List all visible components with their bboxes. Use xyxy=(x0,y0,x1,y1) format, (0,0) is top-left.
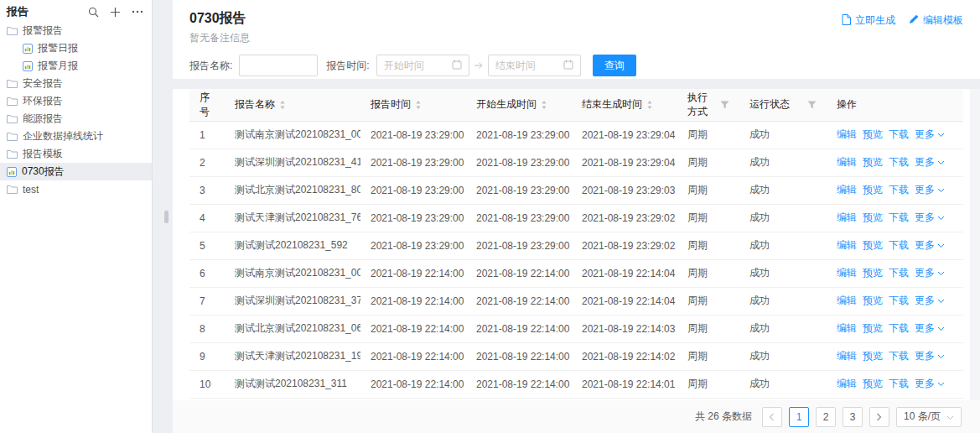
report-name-label: 报告名称: xyxy=(189,59,232,73)
page-button-2[interactable]: 2 xyxy=(816,407,836,427)
page-size-value: 10 条/页 xyxy=(904,410,941,424)
start-time-input[interactable] xyxy=(384,60,449,71)
start-time-input-box[interactable] xyxy=(376,55,469,76)
scrollbar-track[interactable] xyxy=(970,89,980,400)
tree-item-report[interactable]: 0730报告 xyxy=(0,163,152,180)
row-action-download[interactable]: 下载 xyxy=(889,294,909,308)
cell-index: 7 xyxy=(189,287,225,315)
row-action-preview[interactable]: 预览 xyxy=(863,266,883,280)
row-action-download[interactable]: 下载 xyxy=(889,266,909,280)
row-action-edit[interactable]: 编辑 xyxy=(837,349,857,363)
search-button[interactable]: 查询 xyxy=(593,55,636,76)
filter-funnel-icon[interactable] xyxy=(807,101,817,109)
row-action-preview[interactable]: 预览 xyxy=(863,183,883,197)
row-action-download[interactable]: 下载 xyxy=(889,238,909,253)
row-action-preview[interactable]: 预览 xyxy=(863,321,883,336)
column-header-exec_mode[interactable]: 执行方式 xyxy=(677,89,739,121)
column-header-name[interactable]: 报告名称 xyxy=(225,89,360,121)
column-header-status[interactable]: 运行状态 xyxy=(739,89,827,121)
end-time-input-box[interactable] xyxy=(488,55,581,76)
sort-caret-icon[interactable] xyxy=(646,100,653,110)
page-size-select[interactable]: 10 条/页 xyxy=(896,407,962,427)
column-header-start_time[interactable]: 开始生成时间 xyxy=(466,89,572,121)
row-action-more[interactable]: 更多 xyxy=(915,321,945,336)
tree-item-folder[interactable]: 能源报告 xyxy=(0,110,152,128)
prev-page-button[interactable] xyxy=(762,407,782,427)
sort-caret-icon[interactable] xyxy=(541,100,547,110)
row-action-preview[interactable]: 预览 xyxy=(863,128,883,142)
row-action-label: 编辑 xyxy=(837,377,857,391)
row-action-edit[interactable]: 编辑 xyxy=(837,321,857,336)
search-icon[interactable] xyxy=(88,7,99,18)
row-action-preview[interactable]: 预览 xyxy=(863,238,883,253)
row-action-preview[interactable]: 预览 xyxy=(863,294,883,308)
row-action-edit[interactable]: 编辑 xyxy=(837,238,857,253)
add-icon[interactable] xyxy=(110,7,121,18)
cell-report_time: 2021-08-19 23:29:00 xyxy=(360,232,466,259)
page-button-1[interactable]: 1 xyxy=(789,407,809,427)
row-action-edit[interactable]: 编辑 xyxy=(837,377,857,391)
row-action-edit[interactable]: 编辑 xyxy=(837,294,857,308)
column-header-index: 序号 xyxy=(189,89,225,121)
cell-end_time: 2021-08-19 23:29:03 xyxy=(572,176,677,204)
row-action-more[interactable]: 更多 xyxy=(915,128,945,142)
row-action-download[interactable]: 下载 xyxy=(889,183,909,197)
ellipsis-icon[interactable] xyxy=(132,10,143,13)
title-block: 0730报告 暂无备注信息 xyxy=(189,10,250,45)
sort-caret-icon[interactable] xyxy=(415,100,422,110)
page-title: 0730报告 xyxy=(189,10,250,27)
cell-index: 8 xyxy=(189,315,225,342)
page-button-3[interactable]: 3 xyxy=(843,407,863,427)
row-action-download[interactable]: 下载 xyxy=(889,377,909,391)
row-action-edit[interactable]: 编辑 xyxy=(837,128,857,142)
row-action-preview[interactable]: 预览 xyxy=(863,155,883,170)
row-action-preview[interactable]: 预览 xyxy=(863,211,883,225)
table-header-row: 序号报告名称报告时间开始生成时间结束生成时间执行方式运行状态操作 xyxy=(189,89,963,121)
cell-status: 成功 xyxy=(739,370,827,398)
tree-item-folder[interactable]: 企业数据掉线统计 xyxy=(0,128,152,145)
row-action-edit[interactable]: 编辑 xyxy=(837,266,857,280)
panel-resize-handle[interactable] xyxy=(164,211,169,223)
row-action-more[interactable]: 更多 xyxy=(915,377,945,391)
row-action-more[interactable]: 更多 xyxy=(915,183,945,197)
tree-item-label: 报警日报 xyxy=(38,41,78,55)
tree-item-folder[interactable]: test xyxy=(0,180,152,198)
filter-funnel-icon[interactable] xyxy=(720,101,729,109)
column-header-report_time[interactable]: 报告时间 xyxy=(360,89,466,121)
next-page-button[interactable] xyxy=(869,407,889,427)
row-action-download[interactable]: 下载 xyxy=(889,321,909,336)
row-action-more[interactable]: 更多 xyxy=(915,238,945,253)
edit-template-button[interactable]: 编辑模板 xyxy=(909,13,963,28)
header-actions: 立即生成 编辑模板 xyxy=(842,10,963,28)
row-action-label: 更多 xyxy=(915,349,935,363)
pagination-bar: 共 26 条数据 123 10 条/页 xyxy=(173,400,980,433)
column-header-end_time[interactable]: 结束生成时间 xyxy=(572,89,677,121)
row-action-download[interactable]: 下载 xyxy=(889,155,909,170)
row-action-more[interactable]: 更多 xyxy=(915,155,945,170)
row-action-preview[interactable]: 预览 xyxy=(863,349,883,363)
tree-item-folder[interactable]: 报警报告 xyxy=(0,22,152,39)
tree-item-folder[interactable]: 环保报告 xyxy=(0,92,152,110)
row-action-edit[interactable]: 编辑 xyxy=(837,211,857,225)
row-action-download[interactable]: 下载 xyxy=(889,128,909,142)
cell-index: 5 xyxy=(189,232,225,259)
report-name-input[interactable] xyxy=(239,55,318,76)
row-action-download[interactable]: 下载 xyxy=(889,211,909,225)
tree-item-report[interactable]: 报警日报 xyxy=(0,39,152,57)
tree-item-folder[interactable]: 安全报告 xyxy=(0,75,152,92)
generate-now-button[interactable]: 立即生成 xyxy=(842,13,895,28)
row-action-preview[interactable]: 预览 xyxy=(863,377,883,391)
tree-item-label: 安全报告 xyxy=(23,76,63,91)
row-action-more[interactable]: 更多 xyxy=(915,294,945,308)
row-action-edit[interactable]: 编辑 xyxy=(837,183,857,197)
tree-item-report[interactable]: 报警月报 xyxy=(0,57,152,75)
end-time-input[interactable] xyxy=(495,60,560,71)
row-action-more[interactable]: 更多 xyxy=(915,211,945,225)
tree-item-folder[interactable]: 报告模板 xyxy=(0,145,152,163)
row-action-more[interactable]: 更多 xyxy=(915,349,945,363)
sort-caret-icon[interactable] xyxy=(279,100,286,110)
row-action-more[interactable]: 更多 xyxy=(915,266,945,280)
row-action-download[interactable]: 下载 xyxy=(889,349,909,363)
row-action-edit[interactable]: 编辑 xyxy=(837,155,857,170)
generate-now-label: 立即生成 xyxy=(855,13,895,28)
